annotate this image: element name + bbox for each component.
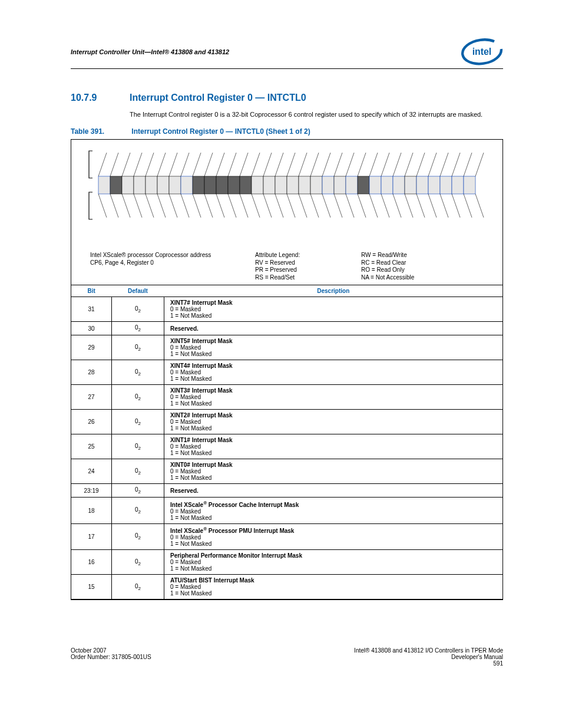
footer-left: October 2007 Order Number: 317805-001US — [71, 647, 151, 667]
svg-rect-48 — [275, 176, 287, 194]
table-row: 2602XINT2# Interrupt Mask0 = Masked1 = N… — [71, 410, 503, 434]
section-title: Interrupt Control Register 0 — INTCTL0 — [130, 93, 306, 103]
svg-line-67 — [346, 194, 354, 218]
svg-line-88 — [428, 194, 437, 218]
svg-rect-90 — [440, 176, 452, 194]
svg-line-79 — [393, 194, 401, 218]
table-row: 1702Intel XScale® Processor PMU Interrup… — [71, 523, 503, 549]
cell-description: XINT2# Interrupt Mask0 = Masked1 = Not M… — [164, 410, 503, 434]
cell-bit: 27 — [71, 385, 112, 410]
svg-line-7 — [110, 194, 118, 218]
cell-default: 02 — [112, 385, 164, 410]
svg-rect-12 — [134, 176, 146, 194]
diagram-captions: Intel XScale® processor Coprocessor addr… — [78, 252, 495, 281]
table-row: 23:1902Reserved. — [71, 484, 503, 498]
cell-description: ATU/Start BIST Interrupt Mask0 = Masked1… — [164, 575, 503, 599]
cell-default: 02 — [112, 575, 164, 599]
svg-line-62 — [334, 153, 342, 176]
svg-rect-21 — [169, 176, 181, 194]
table-caption: Table 391. Interrupt Control Register 0 … — [71, 127, 503, 136]
svg-rect-57 — [310, 176, 322, 194]
svg-line-77 — [393, 153, 401, 176]
table-row: 1502ATU/Start BIST Interrupt Mask0 = Mas… — [71, 575, 503, 599]
svg-line-89 — [440, 153, 448, 176]
svg-line-22 — [169, 194, 177, 218]
svg-rect-9 — [122, 176, 134, 194]
svg-line-94 — [452, 194, 460, 218]
svg-line-50 — [287, 153, 295, 176]
svg-rect-39 — [240, 176, 252, 194]
col-default: Default — [112, 285, 164, 297]
svg-rect-36 — [228, 176, 240, 194]
page-header: Interrupt Controller Unit—Intel® 413808 … — [71, 38, 503, 69]
svg-line-26 — [193, 153, 201, 176]
svg-line-43 — [252, 194, 260, 218]
svg-line-28 — [193, 194, 201, 218]
svg-line-4 — [98, 194, 107, 218]
svg-line-17 — [157, 153, 166, 176]
svg-line-32 — [216, 153, 224, 176]
cell-default: 02 — [112, 322, 164, 335]
svg-line-29 — [204, 153, 213, 176]
svg-line-16 — [146, 194, 154, 218]
table-row: 2402XINT0# Interrupt Mask0 = Masked1 = N… — [71, 459, 503, 484]
cell-description: Intel XScale® Processor PMU Interrupt Ma… — [164, 523, 503, 549]
cell-bit: 25 — [71, 434, 112, 459]
svg-rect-42 — [252, 176, 263, 194]
page: Interrupt Controller Unit—Intel® 413808 … — [0, 0, 562, 690]
svg-rect-60 — [322, 176, 334, 194]
svg-line-38 — [240, 153, 248, 176]
table-row: 3102XINT7# Interrupt Mask0 = Masked1 = N… — [71, 297, 503, 322]
table-row: 3002Reserved. — [71, 322, 503, 335]
svg-line-37 — [228, 194, 236, 218]
svg-line-46 — [263, 194, 272, 218]
cell-bit: 30 — [71, 322, 112, 335]
cell-bit: 24 — [71, 459, 112, 484]
cell-description: XINT4# Interrupt Mask0 = Masked1 = Not M… — [164, 360, 503, 385]
svg-line-56 — [310, 153, 319, 176]
svg-line-23 — [181, 153, 189, 176]
cell-bit: 26 — [71, 410, 112, 434]
table-row: 2902XINT5# Interrupt Mask0 = Masked1 = N… — [71, 335, 503, 360]
svg-line-71 — [369, 153, 378, 176]
svg-rect-69 — [358, 176, 369, 194]
cell-description: XINT3# Interrupt Mask0 = Masked1 = Not M… — [164, 385, 503, 410]
svg-line-82 — [405, 194, 413, 218]
cell-bit: 15 — [71, 575, 112, 599]
cell-bit: 18 — [71, 498, 112, 523]
svg-rect-96 — [464, 176, 475, 194]
cell-default: 02 — [112, 498, 164, 523]
svg-line-85 — [416, 194, 425, 218]
svg-rect-81 — [405, 176, 416, 194]
table-row: 1802Intel XScale® Processor Cache Interr… — [71, 498, 503, 523]
cell-bit: 17 — [71, 523, 112, 549]
svg-line-76 — [381, 194, 389, 218]
cell-default: 02 — [112, 459, 164, 484]
svg-line-55 — [299, 194, 307, 218]
svg-rect-27 — [193, 176, 204, 194]
cell-bit: 29 — [71, 335, 112, 360]
svg-line-59 — [322, 153, 330, 176]
svg-rect-93 — [452, 176, 464, 194]
svg-line-73 — [369, 194, 378, 218]
svg-line-40 — [240, 194, 248, 218]
cell-default: 02 — [112, 360, 164, 385]
svg-line-98 — [475, 153, 484, 176]
section-number: 10.7.9 — [71, 93, 130, 103]
svg-line-91 — [440, 194, 448, 218]
svg-line-11 — [134, 153, 142, 176]
cell-bit: 28 — [71, 360, 112, 385]
cell-bit: 23:19 — [71, 484, 112, 498]
svg-rect-30 — [204, 176, 216, 194]
bit-description-table: Bit Default Description 3102XINT7# Inter… — [71, 285, 503, 599]
svg-rect-24 — [181, 176, 193, 194]
cell-default: 02 — [112, 523, 164, 549]
table-row: 1602Peripheral Performance Monitor Inter… — [71, 550, 503, 575]
svg-rect-18 — [157, 176, 169, 194]
svg-line-25 — [181, 194, 189, 218]
svg-rect-15 — [146, 176, 157, 194]
svg-line-86 — [428, 153, 437, 176]
svg-line-49 — [275, 194, 283, 218]
svg-line-65 — [346, 153, 354, 176]
table-row: 2702XINT3# Interrupt Mask0 = Masked1 = N… — [71, 385, 503, 410]
